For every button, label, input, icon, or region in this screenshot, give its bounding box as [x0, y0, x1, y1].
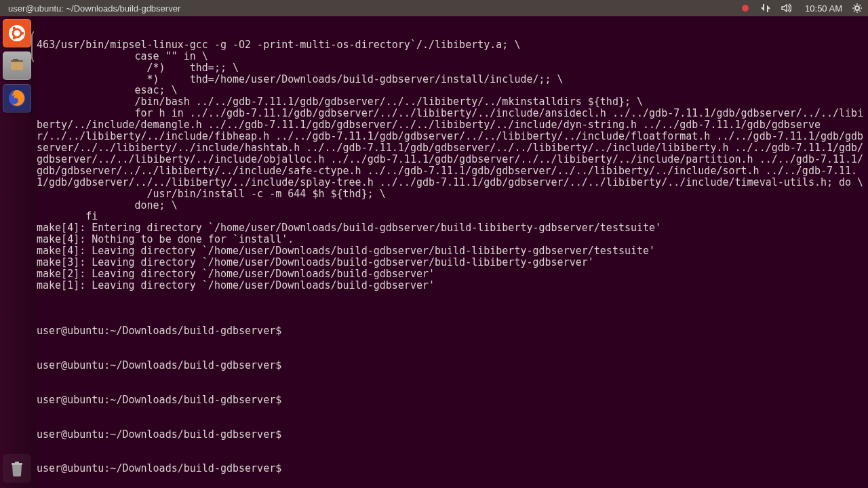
output-line: case "" in \: [37, 51, 865, 62]
prompt: user@ubuntu:~/Downloads/build-gdbserver$: [37, 394, 281, 406]
record-icon: [740, 3, 751, 14]
firefox-icon: [7, 88, 27, 108]
prompt: user@ubuntu:~/Downloads/build-gdbserver$: [37, 359, 281, 371]
output-line: /usr/bin/install -c -m 644 $h ${thd}; \: [37, 188, 865, 200]
firefox-button[interactable]: [3, 84, 31, 113]
gear-icon: [852, 3, 863, 14]
output-line: esac; \: [37, 85, 865, 96]
svg-rect-8: [11, 62, 23, 70]
output-line: make[2]: Leaving directory `/home/user/D…: [37, 268, 865, 280]
output-line: *) thd=/home/user/Downloads/build-gdbser…: [37, 74, 865, 85]
output-line: /bin/bash ../../gdb-7.11.1/gdb/gdbserver…: [37, 96, 865, 108]
window-title: user@ubuntu: ~/Downloads/build-gdbserver: [5, 3, 180, 14]
output-line: make[4]: Nothing to be done for `install…: [37, 234, 865, 245]
files-button[interactable]: [3, 52, 31, 80]
prompt: user@ubuntu:~/Downloads/build-gdbserver$: [37, 462, 281, 474]
network-icon: [760, 3, 771, 14]
output-line: 463/usr/bin/mipsel-linux-gcc -g -O2 -pri…: [37, 39, 865, 51]
prompt: user@ubuntu:~/Downloads/build-gdbserver$: [37, 428, 281, 441]
clock: 10:50 AM: [805, 3, 842, 14]
system-indicators[interactable]: 10:50 AM: [740, 3, 863, 14]
svg-point-1: [855, 6, 859, 10]
output-line: fi: [37, 211, 865, 222]
unity-launcher: >_: [0, 16, 34, 488]
svg-rect-9: [13, 59, 18, 62]
svg-point-6: [12, 37, 15, 39]
output-line: make[4]: Leaving directory `/home/user/D…: [37, 245, 865, 257]
output-line: make[4]: Entering directory `/home/user/…: [37, 222, 865, 234]
terminal-output: 463/usr/bin/mipsel-linux-gcc -g -O2 -pri…: [37, 39, 865, 291]
svg-point-0: [742, 5, 749, 12]
svg-point-4: [20, 32, 23, 35]
output-line: /*) thd=;; \: [37, 62, 865, 74]
svg-point-5: [12, 27, 15, 30]
output-line: done; \: [37, 200, 865, 211]
files-icon: [7, 56, 26, 75]
prompt: user@ubuntu:~/Downloads/build-gdbserver$: [37, 325, 281, 337]
trash-icon: [7, 458, 27, 479]
dash-button[interactable]: [3, 19, 31, 47]
sound-icon: [781, 3, 791, 14]
output-line: for h in ../../gdb-7.11.1/gdb/gdbserver/…: [37, 108, 865, 188]
output-line: make[3]: Leaving directory `/home/user/D…: [37, 257, 865, 268]
svg-rect-14: [15, 462, 19, 464]
output-line: make[1]: Leaving directory `/home/user/D…: [37, 280, 865, 291]
ubuntu-icon: [8, 24, 26, 42]
trash-button[interactable]: [3, 454, 31, 483]
menu-bar: user@ubuntu: ~/Downloads/build-gdbserver…: [0, 0, 868, 16]
terminal-viewport[interactable]: 463/usr/bin/mipsel-linux-gcc -g -O2 -pri…: [34, 16, 868, 488]
